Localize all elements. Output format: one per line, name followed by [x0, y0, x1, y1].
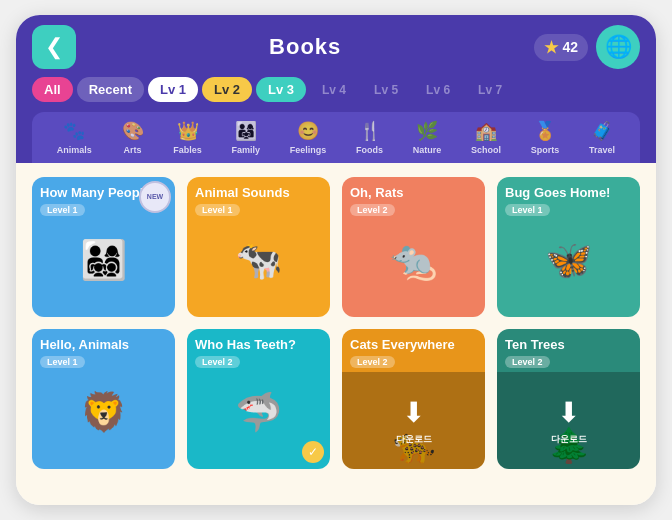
book-cats-everywhere[interactable]: Cats Everywhere Level 2 ⬇ 다운로드 🐆 — [342, 329, 485, 469]
download-text: 다운로드 — [551, 433, 587, 446]
tab-lv6[interactable]: Lv 6 — [414, 78, 462, 102]
animals-icon: 🐾 — [63, 120, 85, 142]
school-icon: 🏫 — [475, 120, 497, 142]
download-icon: ⬇ — [557, 396, 580, 429]
feelings-icon: 😊 — [297, 120, 319, 142]
main-content: NEW How Many People? Level 1 👨‍👩‍👧‍👦 Ani… — [16, 163, 656, 505]
category-fables[interactable]: 👑 Fables — [173, 120, 202, 155]
header-right: ★ 42 🌐 — [534, 25, 640, 69]
level-badge: Level 2 — [350, 356, 395, 369]
book-image: ⬇ 다운로드 🌲 — [497, 372, 640, 469]
tab-lv1[interactable]: Lv 1 — [148, 77, 198, 102]
arts-label: Arts — [124, 145, 142, 155]
animals-label: Animals — [57, 145, 92, 155]
book-how-many-people[interactable]: NEW How Many People? Level 1 👨‍👩‍👧‍👦 — [32, 177, 175, 317]
travel-label: Travel — [589, 145, 615, 155]
category-travel[interactable]: 🧳 Travel — [589, 120, 615, 155]
category-bar: 🐾 Animals 🎨 Arts 👑 Fables 👨‍👩‍👧 Family 😊… — [32, 112, 640, 163]
category-school[interactable]: 🏫 School — [471, 120, 501, 155]
star-icon: ★ — [544, 38, 558, 57]
sports-icon: 🏅 — [534, 120, 556, 142]
tab-all[interactable]: All — [32, 77, 73, 102]
book-title: Bug Goes Home! Level 1 — [497, 177, 640, 220]
level-badge: Level 1 — [505, 204, 550, 217]
check-badge: ✓ — [302, 441, 324, 463]
book-image: 🦁 — [32, 372, 175, 452]
books-grid: NEW How Many People? Level 1 👨‍👩‍👧‍👦 Ani… — [32, 177, 640, 469]
back-arrow-icon: ❮ — [45, 34, 63, 60]
book-image: 🦈 — [187, 372, 330, 452]
fables-icon: 👑 — [177, 120, 199, 142]
level-tabs: All Recent Lv 1 Lv 2 Lv 3 Lv 4 Lv 5 Lv 6… — [32, 77, 640, 102]
book-image: 👨‍👩‍👧‍👦 — [32, 220, 175, 300]
book-title: Ten Trees Level 2 — [497, 329, 640, 372]
download-icon: ⬇ — [402, 396, 425, 429]
new-badge: NEW — [139, 181, 171, 213]
book-title: Oh, Rats Level 2 — [342, 177, 485, 220]
category-arts[interactable]: 🎨 Arts — [122, 120, 144, 155]
tab-lv5[interactable]: Lv 5 — [362, 78, 410, 102]
book-title: Animal Sounds Level 1 — [187, 177, 330, 220]
download-text: 다운로드 — [396, 433, 432, 446]
globe-icon: 🌐 — [605, 34, 632, 60]
globe-button[interactable]: 🌐 — [596, 25, 640, 69]
foods-label: Foods — [356, 145, 383, 155]
level-badge: Level 1 — [195, 204, 240, 217]
travel-icon: 🧳 — [591, 120, 613, 142]
header-top: ❮ Books ★ 42 🌐 — [32, 25, 640, 69]
category-foods[interactable]: 🍴 Foods — [356, 120, 383, 155]
level-badge: Level 1 — [40, 204, 85, 217]
star-count: 42 — [562, 39, 578, 55]
header: ❮ Books ★ 42 🌐 All Recent Lv 1 Lv 2 Lv 3… — [16, 15, 656, 163]
back-button[interactable]: ❮ — [32, 25, 76, 69]
family-icon: 👨‍👩‍👧 — [235, 120, 257, 142]
book-title: Who Has Teeth? Level 2 — [187, 329, 330, 372]
feelings-label: Feelings — [290, 145, 327, 155]
book-bug-goes-home[interactable]: Bug Goes Home! Level 1 🦋 — [497, 177, 640, 317]
school-label: School — [471, 145, 501, 155]
category-nature[interactable]: 🌿 Nature — [413, 120, 442, 155]
arts-icon: 🎨 — [122, 120, 144, 142]
tab-recent[interactable]: Recent — [77, 77, 144, 102]
nature-icon: 🌿 — [416, 120, 438, 142]
page-title: Books — [76, 34, 534, 60]
tab-lv4[interactable]: Lv 4 — [310, 78, 358, 102]
book-image: 🐄 — [187, 220, 330, 300]
download-overlay[interactable]: ⬇ 다운로드 — [497, 372, 640, 469]
category-family[interactable]: 👨‍👩‍👧 Family — [232, 120, 261, 155]
foods-icon: 🍴 — [359, 120, 381, 142]
book-image: ⬇ 다운로드 🐆 — [342, 372, 485, 469]
book-image: 🐀 — [342, 220, 485, 300]
book-title: Cats Everywhere Level 2 — [342, 329, 485, 372]
book-image: 🦋 — [497, 220, 640, 300]
book-title: Hello, Animals Level 1 — [32, 329, 175, 372]
family-label: Family — [232, 145, 261, 155]
level-badge: Level 1 — [40, 356, 85, 369]
app-container: ❮ Books ★ 42 🌐 All Recent Lv 1 Lv 2 Lv 3… — [16, 15, 656, 505]
book-ten-trees[interactable]: Ten Trees Level 2 ⬇ 다운로드 🌲 — [497, 329, 640, 469]
tab-lv7[interactable]: Lv 7 — [466, 78, 514, 102]
fables-label: Fables — [173, 145, 202, 155]
category-sports[interactable]: 🏅 Sports — [531, 120, 560, 155]
book-oh-rats[interactable]: Oh, Rats Level 2 🐀 — [342, 177, 485, 317]
level-badge: Level 2 — [195, 356, 240, 369]
star-badge: ★ 42 — [534, 34, 588, 61]
category-feelings[interactable]: 😊 Feelings — [290, 120, 327, 155]
category-animals[interactable]: 🐾 Animals — [57, 120, 92, 155]
level-badge: Level 2 — [350, 204, 395, 217]
download-overlay[interactable]: ⬇ 다운로드 — [342, 372, 485, 469]
tab-lv3[interactable]: Lv 3 — [256, 77, 306, 102]
sports-label: Sports — [531, 145, 560, 155]
book-animal-sounds[interactable]: Animal Sounds Level 1 🐄 — [187, 177, 330, 317]
book-who-has-teeth[interactable]: Who Has Teeth? Level 2 🦈 ✓ — [187, 329, 330, 469]
nature-label: Nature — [413, 145, 442, 155]
tab-lv2[interactable]: Lv 2 — [202, 77, 252, 102]
book-hello-animals[interactable]: Hello, Animals Level 1 🦁 — [32, 329, 175, 469]
level-badge: Level 2 — [505, 356, 550, 369]
